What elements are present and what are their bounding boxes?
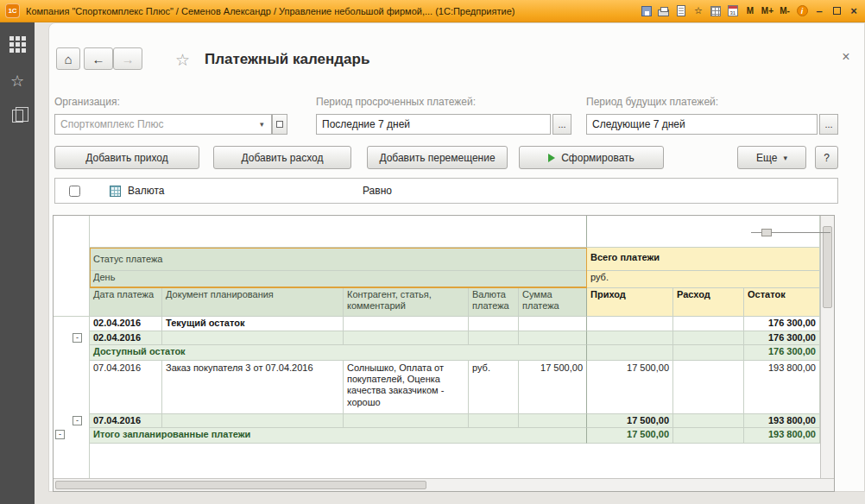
overdue-period-label: Период просроченных платежей: [316, 96, 476, 108]
generate-button[interactable]: Сформировать [519, 146, 664, 169]
print-icon[interactable] [658, 4, 670, 18]
info-icon[interactable]: i [796, 4, 808, 18]
grid-body: Статус платежа Всего платежи День руб. Д… [54, 216, 820, 478]
row-available-balance[interactable]: Доступный остаток 176 300,00 [54, 345, 820, 361]
page-title: Платежный календарь [205, 51, 369, 68]
forward-button[interactable]: → [113, 47, 142, 70]
column-header-contragent: Контрагент, статья, комментарий [344, 288, 469, 317]
favorites-star-icon[interactable]: ☆ [692, 4, 704, 18]
open-icon [276, 121, 283, 128]
collapse-icon[interactable]: - [55, 430, 65, 439]
sidebar-favorites-icon[interactable]: ☆ [10, 73, 24, 89]
titlebar-toolbar: ☆ 31 М М+ М- i – × [641, 4, 860, 18]
sections-menu-icon[interactable] [9, 36, 26, 53]
tree-header-cell [54, 216, 90, 248]
row-group-0204[interactable]: - 02.04.2016 176 300,00 [54, 331, 820, 345]
organization-input[interactable] [54, 114, 272, 135]
organization-label: Организация: [54, 96, 120, 108]
window-title: Компания "Спорткомплекс Плюс" / Семенов … [26, 6, 515, 16]
row-planned-payment[interactable]: 07.04.2016 Заказ покупателя 3 от 07.04.2… [54, 361, 820, 414]
back-button[interactable]: ← [84, 47, 113, 70]
splitter-thumb[interactable] [761, 229, 772, 236]
future-period-choose-button[interactable]: ... [819, 114, 838, 135]
back-arrow-icon: ← [92, 52, 105, 66]
header-unit: руб. [587, 271, 820, 288]
header-day: День [90, 271, 587, 288]
calendar-icon[interactable]: 31 [727, 4, 739, 18]
forward-arrow-icon: → [122, 52, 135, 66]
print-preview-icon[interactable] [675, 4, 687, 18]
close-form-icon[interactable]: × [838, 49, 854, 65]
help-button[interactable]: ? [815, 146, 838, 169]
row-total-planned[interactable]: - Итого запланированные платежи 17 500,0… [54, 428, 820, 444]
vertical-scrollbar[interactable] [820, 216, 834, 478]
add-expense-button[interactable]: Добавить расход [213, 146, 351, 169]
close-window-button[interactable]: × [848, 4, 860, 18]
save-icon[interactable] [641, 4, 653, 18]
home-button[interactable]: ⌂ [56, 47, 80, 70]
column-header-balance: Остаток [744, 288, 820, 317]
column-header-document: Документ планирования [162, 288, 344, 317]
filter-field-name[interactable]: Валюта [128, 185, 164, 197]
collapse-icon[interactable]: - [73, 333, 82, 343]
row-current-balance[interactable]: 02.04.2016 Текущий остаток 176 300,00 [54, 317, 820, 331]
future-period-label: Период будущих платежей: [586, 96, 718, 108]
header-empty-left [90, 216, 587, 248]
row-group-0704[interactable]: - 07.04.2016 17 500,00 193 800,00 [54, 414, 820, 428]
more-button[interactable]: Еще ▾ [737, 146, 806, 169]
app-logo-icon: 1С [5, 3, 20, 18]
organization-open-button[interactable] [272, 114, 287, 135]
play-icon [548, 154, 555, 162]
add-income-button[interactable]: Добавить приход [54, 146, 199, 169]
vertical-scrollbar-thumb[interactable] [823, 226, 832, 308]
future-period-input[interactable] [586, 114, 818, 135]
home-icon: ⌂ [64, 52, 72, 66]
overdue-period-choose-button[interactable]: ... [552, 114, 571, 135]
add-transfer-button[interactable]: Добавить перемещение [367, 146, 508, 169]
column-header-income: Приход [587, 288, 673, 317]
column-header-amount: Сумма платежа [519, 288, 587, 317]
column-header-date: Дата платежа [90, 288, 162, 317]
header-status: Статус платежа [90, 248, 587, 271]
column-splitter-slider[interactable] [751, 229, 830, 236]
column-header-expense: Расход [673, 288, 744, 317]
app-sidebar: ☆ [0, 22, 35, 504]
header-totals: Всего платежи [587, 248, 820, 271]
horizontal-scrollbar[interactable] [54, 478, 834, 491]
memory-recall-button[interactable]: М [744, 4, 756, 18]
organization-dropdown-icon[interactable]: ▾ [260, 120, 264, 129]
column-header-currency: Валюта платежа [469, 288, 519, 317]
memory-plus-button[interactable]: М+ [761, 4, 773, 18]
sidebar-history-icon[interactable] [12, 110, 23, 123]
payment-calendar-form: ⌂ ← → ☆ Платежный календарь × Организаци… [48, 22, 865, 492]
horizontal-scrollbar-thumb[interactable] [55, 481, 426, 489]
collapse-icon[interactable]: - [73, 416, 82, 425]
memory-minus-button[interactable]: М- [779, 4, 791, 18]
add-to-favorites-icon[interactable]: ☆ [175, 50, 190, 70]
minimize-button[interactable]: – [813, 4, 825, 18]
window-titlebar: 1С Компания "Спорткомплекс Плюс" / Семен… [0, 0, 865, 22]
maximize-button[interactable] [830, 4, 843, 18]
filter-condition[interactable]: Равно [363, 185, 392, 197]
chevron-down-icon: ▾ [783, 154, 787, 162]
grid-empty-area [90, 444, 820, 478]
payment-calendar-grid: Статус платежа Всего платежи День руб. Д… [53, 215, 835, 492]
filter-field-icon [110, 186, 121, 197]
quick-filter-row[interactable]: Валюта Равно [54, 178, 838, 204]
overdue-period-input[interactable] [316, 114, 551, 135]
services-grid-icon[interactable] [710, 4, 722, 18]
filter-enabled-checkbox[interactable] [69, 186, 80, 197]
